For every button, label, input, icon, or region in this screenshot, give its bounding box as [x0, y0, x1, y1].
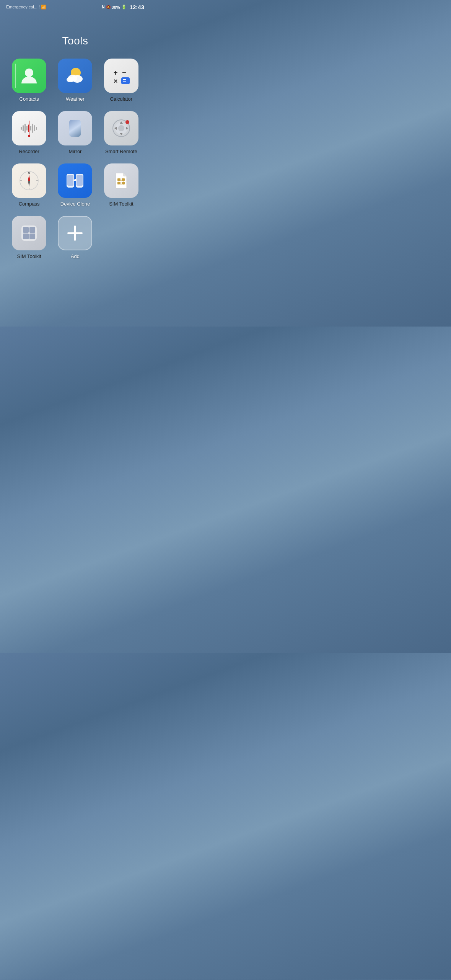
sim-toolkit-svg	[110, 169, 133, 192]
svg-rect-39	[67, 175, 73, 186]
recorder-icon	[12, 111, 46, 145]
svg-point-29	[125, 120, 129, 124]
emergency-call-text: Emergency cal...	[6, 5, 37, 9]
app-item-compass[interactable]: N Compass	[9, 163, 49, 207]
app-item-device-clone[interactable]: Device Clone	[55, 163, 95, 207]
app-item-sim-toolkit2[interactable]: SIM Toolkit	[9, 216, 49, 259]
app-item-sim-toolkit[interactable]: SIM Toolkit	[101, 163, 141, 207]
smart-remote-icon	[104, 111, 138, 145]
svg-rect-18	[36, 127, 37, 130]
svg-point-24	[118, 125, 124, 131]
svg-text:+: +	[114, 69, 118, 77]
svg-rect-17	[34, 125, 35, 131]
mute-icon: 🔕	[106, 5, 111, 9]
exclamation-icon: !	[39, 5, 40, 9]
app-grid-row4: SIM Toolkit Add	[0, 207, 150, 259]
svg-rect-56	[29, 234, 35, 239]
add-svg	[63, 222, 86, 245]
weather-label: Weather	[66, 96, 85, 102]
app-item-mirror[interactable]: Mirror	[55, 111, 95, 154]
svg-rect-12	[24, 124, 26, 133]
svg-rect-41	[77, 175, 83, 186]
smart-remote-svg	[110, 117, 133, 140]
svg-marker-36	[28, 175, 30, 181]
svg-rect-19	[29, 121, 29, 136]
svg-rect-15	[30, 126, 31, 131]
empty-slot	[101, 216, 141, 259]
svg-point-20	[28, 135, 30, 137]
recorder-label: Recorder	[19, 149, 39, 154]
recorder-svg	[18, 117, 41, 140]
calculator-icon: + − × =	[104, 59, 138, 93]
status-left: Emergency cal... ! 📶	[6, 5, 46, 10]
contacts-label: Contacts	[20, 96, 39, 102]
app-item-contacts[interactable]: Contacts	[9, 59, 49, 102]
add-icon	[58, 216, 92, 250]
add-label: Add	[71, 253, 80, 259]
compass-icon: N	[12, 163, 46, 198]
device-clone-svg	[63, 169, 86, 192]
app-item-recorder[interactable]: Recorder	[9, 111, 49, 154]
compass-svg: N	[18, 169, 41, 192]
contacts-icon	[12, 59, 46, 93]
sim-toolkit2-svg	[18, 222, 41, 245]
mirror-icon	[58, 111, 92, 145]
device-clone-label: Device Clone	[60, 201, 90, 207]
calculator-svg: + − × =	[110, 64, 133, 87]
weather-icon	[58, 59, 92, 93]
svg-marker-37	[28, 181, 30, 187]
svg-point-0	[25, 69, 33, 77]
svg-rect-13	[26, 126, 28, 131]
sim-toolkit2-icon	[12, 216, 46, 250]
svg-rect-16	[32, 124, 33, 133]
page-title: Tools	[0, 35, 150, 47]
app-item-weather[interactable]: Weather	[55, 59, 95, 102]
time-display: 12:43	[130, 4, 144, 10]
status-icons: N 🔕 30% 🔋	[102, 5, 126, 10]
app-item-add[interactable]: Add	[55, 216, 95, 259]
weather-svg	[63, 64, 86, 87]
svg-point-4	[67, 77, 74, 82]
app-item-calculator[interactable]: + − × = Calculator	[101, 59, 141, 102]
status-right: N 🔕 30% 🔋 12:43	[102, 4, 144, 10]
svg-rect-11	[23, 125, 24, 131]
contacts-svg	[18, 64, 41, 87]
svg-rect-55	[23, 234, 29, 239]
sim-toolkit-label: SIM Toolkit	[109, 201, 133, 207]
svg-text:−: −	[122, 69, 126, 77]
app-item-smart-remote[interactable]: Smart Remote	[101, 111, 141, 154]
nfc-icon: N	[102, 5, 104, 9]
svg-text:×: ×	[114, 77, 118, 85]
svg-text:=: =	[123, 77, 126, 84]
status-bar: Emergency cal... ! 📶 N 🔕 30% 🔋 12:43	[0, 0, 150, 12]
calculator-label: Calculator	[110, 96, 133, 102]
device-clone-icon	[58, 163, 92, 198]
smart-remote-label: Smart Remote	[105, 149, 137, 154]
svg-rect-54	[29, 227, 35, 233]
battery-percent: 30%	[112, 5, 120, 10]
svg-rect-53	[23, 227, 29, 233]
wifi-icon: 📶	[41, 5, 46, 9]
mirror-svg	[63, 117, 86, 140]
mirror-label: Mirror	[69, 149, 82, 154]
compass-label: Compass	[19, 201, 40, 207]
app-grid-row1: Contacts Weather + − × = Calculator	[0, 59, 150, 207]
sim-toolkit2-label: SIM Toolkit	[17, 253, 41, 259]
svg-rect-10	[21, 127, 22, 130]
svg-rect-21	[69, 120, 81, 137]
sim-toolkit-icon	[104, 163, 138, 198]
battery-icon: 🔋	[121, 5, 127, 10]
